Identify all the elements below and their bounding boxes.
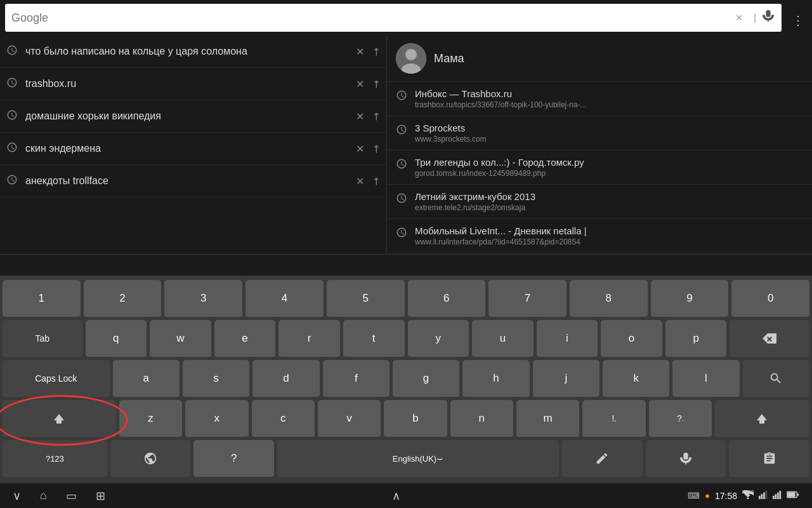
suggestion-item[interactable]: анекдоты trollface ✕ ↗: [0, 165, 386, 197]
remove-suggestion-icon[interactable]: ✕: [356, 78, 364, 90]
history-title: Летний экстрим-кубок 2013: [415, 191, 803, 202]
clear-icon[interactable]: ×: [730, 11, 749, 25]
search-input[interactable]: [11, 11, 730, 25]
key-k[interactable]: k: [603, 360, 669, 398]
svg-rect-4: [759, 496, 761, 499]
svg-rect-9: [775, 494, 777, 499]
key-g[interactable]: g: [393, 360, 459, 398]
key-globe[interactable]: [110, 440, 191, 478]
key-exclaim[interactable]: !,: [582, 400, 645, 438]
qr-nav-icon[interactable]: ⊞: [96, 489, 105, 503]
key-n[interactable]: n: [450, 400, 513, 438]
key-question[interactable]: ?.: [649, 400, 712, 438]
caps-lock-key[interactable]: Caps Lock: [3, 360, 110, 398]
nav-left: ∨ ⌂ ▭ ⊞: [13, 489, 105, 503]
key-h[interactable]: h: [462, 360, 529, 398]
key-0[interactable]: 0: [731, 280, 809, 318]
history-item[interactable]: Летний экстрим-кубок 2013 extreme.tele2.…: [387, 185, 812, 219]
mic-icon[interactable]: [761, 9, 775, 27]
key-o[interactable]: o: [601, 320, 662, 358]
key-p[interactable]: p: [665, 320, 727, 358]
clock-icon: [396, 192, 407, 206]
key-z[interactable]: z: [119, 400, 182, 438]
key-2[interactable]: 2: [84, 280, 162, 318]
up-nav-icon[interactable]: ∧: [392, 489, 400, 503]
key-w[interactable]: w: [150, 320, 211, 358]
history-item[interactable]: 3 Sprockets www.3sprockets.com: [387, 116, 812, 150]
key-4[interactable]: 4: [246, 280, 324, 318]
search-bar[interactable]: × |: [5, 4, 782, 32]
contact-item[interactable]: Мама: [387, 36, 812, 82]
key-tab[interactable]: Tab: [3, 320, 82, 358]
key-x[interactable]: x: [185, 400, 248, 438]
key-question-mark[interactable]: ?: [193, 440, 274, 478]
home-nav-icon[interactable]: ⌂: [40, 489, 47, 502]
history-url: www.3sprockets.com: [415, 135, 637, 144]
key-3[interactable]: 3: [164, 280, 242, 318]
key-symbols[interactable]: ?123: [3, 440, 107, 478]
battery-icon: [787, 491, 799, 500]
key-a[interactable]: a: [113, 360, 180, 398]
key-m[interactable]: m: [516, 400, 579, 438]
arrow-icon: ↗: [369, 44, 383, 59]
shift-right-key[interactable]: [715, 400, 809, 438]
key-language[interactable]: English(UK) ⌣: [277, 440, 559, 478]
arrow-icon: ↗: [369, 77, 383, 91]
contact-name: Мама: [434, 52, 464, 65]
key-9[interactable]: 9: [651, 280, 729, 318]
key-y[interactable]: y: [408, 320, 469, 358]
history-item[interactable]: Мобильный LiveInt... - Дневник netalla |…: [387, 219, 812, 253]
history-item[interactable]: Три легенды о кол...:) - Город.томск.ру …: [387, 150, 812, 185]
key-clipboard[interactable]: [729, 440, 809, 478]
key-s[interactable]: s: [183, 360, 249, 398]
key-e[interactable]: e: [214, 320, 276, 358]
key-b[interactable]: b: [384, 400, 447, 438]
key-t[interactable]: t: [343, 320, 405, 358]
clock-icon: [6, 174, 18, 188]
history-content: Три легенды о кол...:) - Город.томск.ру …: [415, 157, 803, 178]
remove-suggestion-icon[interactable]: ✕: [356, 46, 364, 58]
suggestion-item[interactable]: trashbox.ru ✕ ↗: [0, 68, 386, 100]
back-nav-icon[interactable]: ∨: [13, 489, 21, 503]
key-handwrite[interactable]: [562, 440, 643, 478]
key-i[interactable]: i: [537, 320, 598, 358]
shift-left-key[interactable]: [3, 400, 116, 438]
key-j[interactable]: j: [533, 360, 599, 398]
key-v[interactable]: v: [318, 400, 381, 438]
clock-icon: [396, 124, 407, 138]
key-r[interactable]: r: [278, 320, 340, 358]
key-f[interactable]: f: [323, 360, 390, 398]
key-c[interactable]: c: [252, 400, 315, 438]
history-item[interactable]: Инбокс — Trashbox.ru trashbox.ru/topics/…: [387, 82, 812, 116]
backspace-key[interactable]: [730, 320, 809, 358]
suggestion-item[interactable]: что было написано на кольце у царя солом…: [0, 36, 386, 68]
remove-suggestion-icon[interactable]: ✕: [356, 175, 364, 187]
signal-icon: [759, 490, 768, 501]
clock-icon: [396, 227, 407, 241]
key-u[interactable]: u: [472, 320, 534, 358]
suggestion-item[interactable]: домашние хорьки википедия ✕ ↗: [0, 100, 386, 133]
history-title: 3 Sprockets: [415, 123, 803, 133]
key-d[interactable]: d: [252, 360, 319, 398]
recents-nav-icon[interactable]: ▭: [66, 489, 77, 503]
remove-suggestion-icon[interactable]: ✕: [356, 143, 364, 155]
arrow-icon: ↗: [369, 174, 383, 189]
key-search[interactable]: [743, 360, 809, 398]
key-5[interactable]: 5: [327, 280, 405, 318]
more-menu-icon[interactable]: ⋮: [792, 13, 804, 28]
remove-suggestion-icon[interactable]: ✕: [356, 110, 364, 123]
key-q[interactable]: q: [86, 320, 147, 358]
key-6[interactable]: 6: [408, 280, 486, 318]
keyboard-row-bottom: ?123 ? English(UK) ⌣: [3, 440, 809, 478]
key-l[interactable]: l: [672, 360, 739, 398]
key-7[interactable]: 7: [488, 280, 566, 318]
key-1[interactable]: 1: [3, 280, 81, 318]
history-title: Три легенды о кол...:) - Город.томск.ру: [415, 157, 803, 168]
suggestion-item[interactable]: скин эндермена ✕ ↗: [0, 133, 386, 165]
key-mic[interactable]: [646, 440, 726, 478]
key-8[interactable]: 8: [570, 280, 648, 318]
history-url: trashbox.ru/topics/33667/off-topik-100-y…: [415, 100, 637, 109]
clock-icon: [396, 158, 407, 172]
nav-bar: ∨ ⌂ ▭ ⊞ ∧ ⌨ ● 17:58: [0, 483, 812, 508]
suggestion-text: анекдоты trollface: [25, 175, 356, 187]
